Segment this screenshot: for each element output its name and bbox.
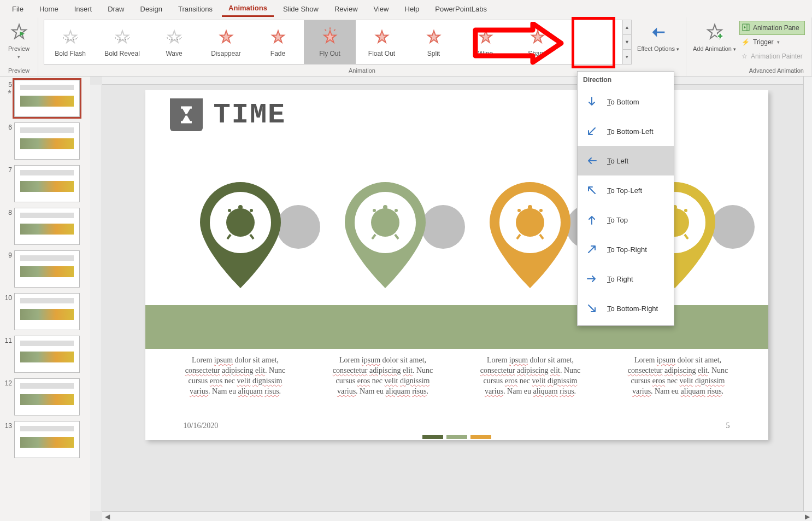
animation-float-out[interactable]: Float Out [356,20,408,64]
tab-slide-show[interactable]: Slide Show [276,2,325,16]
timeline-pin-1 [195,178,286,292]
direction-to-top[interactable]: To Top [578,205,674,235]
direction-to-right[interactable]: To Right [578,264,674,294]
arrow-ne-icon [585,243,598,256]
gallery-down-icon[interactable]: ▼ [623,35,631,50]
thumbnail-slide-5[interactable] [14,80,80,117]
tab-help[interactable]: Help [398,2,426,16]
paragraph-1: Lorem ipsum dolor sit amet, consectetur … [178,355,293,397]
direction-to-bottom-left[interactable]: To Bottom-Left [578,116,674,146]
direction-to-left[interactable]: To Left [578,146,674,175]
svg-rect-25 [530,221,538,224]
menu-tabs: FileHomeInsertDrawDesignTransitionsAnima… [0,0,812,17]
star-icon [216,27,236,46]
svg-point-22 [517,209,521,212]
arrow-e-icon [585,272,598,285]
effect-options-icon [649,21,668,44]
tab-design[interactable]: Design [134,2,169,16]
add-animation-button[interactable]: Add Animation ▾ [690,19,739,54]
direction-to-top-left[interactable]: To Top-Left [578,175,674,205]
direction-to-bottom-right[interactable]: To Bottom-Right [578,294,674,323]
effect-options-button[interactable]: Effect Options ▾ [634,19,682,54]
scroll-right-icon[interactable]: ▶ [802,512,812,521]
star-icon [61,27,80,46]
svg-rect-18 [385,221,393,224]
thumbnail-slide-13[interactable] [14,421,80,458]
preview-button[interactable]: Preview ▾ [3,19,35,61]
animation-fade[interactable]: Fade [252,20,304,64]
svg-rect-32 [675,221,682,224]
svg-line-2 [334,30,335,31]
slide-editor: TIME Lorem ipsum dolor sit amet, consect… [90,77,812,521]
add-animation-icon [705,21,724,44]
slide-canvas[interactable]: TIME Lorem ipsum dolor sit amet, consect… [145,90,768,440]
thumbnail-slide-11[interactable] [14,336,80,373]
slide-thumbnails[interactable]: 5★678910111213 [0,77,90,521]
tab-review[interactable]: Review [328,2,364,16]
svg-point-23 [539,209,543,212]
animation-shape[interactable]: Shape [511,20,563,64]
slide-date: 10/16/2020 [184,422,219,430]
animation-wipe[interactable]: Wipe [460,20,511,64]
thumbnail-slide-6[interactable] [14,122,80,160]
gallery-scroll[interactable]: ▲ ▼ ▾ [623,20,632,65]
preview-star-icon [10,21,28,44]
star-icon [372,27,392,46]
slide-title: TIME [214,99,286,131]
preview-label: Preview [8,45,30,52]
animation-disappear[interactable]: Disappear [200,20,252,64]
direction-to-bottom[interactable]: To Bottom [578,87,674,116]
ribbon: Preview ▾ Preview Bold FlashBold RevealW… [0,17,812,77]
paragraph-4: Lorem ipsum dolor sit amet, consectetur … [621,355,735,397]
svg-rect-11 [240,221,248,224]
star-icon [476,27,496,46]
tab-home[interactable]: Home [33,2,65,16]
vertical-scrollbar[interactable] [803,77,812,521]
green-band [145,305,768,349]
svg-line-1 [325,30,326,31]
animation-gallery[interactable]: Bold FlashBold RevealWaveDisappearFadeFl… [44,20,623,65]
thumbnail-slide-8[interactable] [14,208,80,245]
thumbnail-slide-10[interactable] [14,293,80,330]
thumbnail-slide-9[interactable] [14,250,80,288]
gallery-more-icon[interactable]: ▾ [623,50,631,64]
tab-insert[interactable]: Insert [68,2,99,16]
svg-point-14 [383,205,387,209]
direction-to-top-right[interactable]: To Top-Right [578,235,674,264]
tab-powerpointlabs[interactable]: PowerPointLabs [428,2,493,16]
arrow-sw-icon [585,125,598,138]
gallery-up-icon[interactable]: ▲ [623,20,631,35]
star-icon [528,27,548,46]
horizontal-ruler [102,77,812,85]
svg-point-15 [373,209,376,212]
animation-painter-button: ☆ Animation Painter [739,49,805,63]
slide-page-number: 5 [726,422,730,430]
paragraph-2: Lorem ipsum dolor sit amet, consectetur … [326,355,440,397]
thumbnail-slide-12[interactable] [14,378,80,415]
arrow-se-icon [585,302,598,315]
tab-transitions[interactable]: Transitions [172,2,219,16]
animation-pane-button[interactable]: Animation Pane [739,21,805,35]
tab-file[interactable]: File [5,2,30,16]
star-icon [320,27,340,46]
effect-menu-header: Direction [578,72,674,87]
thumbnail-slide-7[interactable] [14,165,80,202]
tab-draw[interactable]: Draw [101,2,131,16]
scroll-left-icon[interactable]: ◀ [102,512,112,521]
animation-wave[interactable]: Wave [148,20,200,64]
svg-point-16 [395,209,398,212]
tab-animations[interactable]: Animations [222,1,274,17]
horizontal-scrollbar[interactable]: ◀ ▶ [102,511,812,521]
animation-pane-icon [742,24,750,33]
animation-bold-reveal[interactable]: Bold Reveal [96,20,148,64]
animation-split[interactable]: Split [408,20,460,64]
arrow-n-icon [585,213,598,226]
trigger-icon: ⚡ [742,38,750,46]
effect-options-menu: Direction To BottomTo Bottom-LeftTo Left… [577,71,674,326]
animation-bold-flash[interactable]: Bold Flash [44,20,96,64]
tab-view[interactable]: View [367,2,396,16]
trigger-button[interactable]: ⚡ Trigger ▾ [739,35,805,49]
advanced-animation-group-label: Advanced Animation [690,66,808,76]
animation-fly-out[interactable]: Fly Out [304,20,356,64]
svg-point-30 [684,209,687,212]
